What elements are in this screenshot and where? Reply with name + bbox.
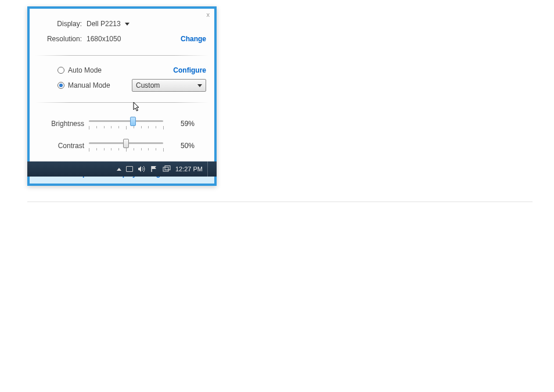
popup-body: x Display: Dell P2213 Resolution: 1680x1… bbox=[30, 9, 214, 184]
page-divider bbox=[27, 202, 533, 202]
divider bbox=[35, 55, 208, 56]
display-section: Display: Dell P2213 Resolution: 1680x105… bbox=[30, 9, 214, 53]
tray-flag-icon[interactable] bbox=[150, 166, 158, 172]
manual-mode-label: Manual Mode bbox=[68, 81, 110, 89]
tray-screen-icon[interactable] bbox=[163, 166, 171, 172]
slider-track bbox=[89, 120, 163, 122]
display-dropdown[interactable]: Dell P2213 bbox=[87, 20, 129, 28]
brightness-label: Brightness bbox=[38, 120, 89, 128]
brightness-value: 59% bbox=[181, 120, 206, 128]
tray-action-center-icon[interactable] bbox=[126, 166, 133, 172]
contrast-value: 50% bbox=[181, 142, 206, 150]
divider bbox=[35, 102, 208, 103]
svg-rect-1 bbox=[165, 166, 170, 170]
resolution-label: Resolution: bbox=[38, 35, 87, 43]
chevron-down-icon bbox=[125, 23, 129, 26]
svg-rect-0 bbox=[163, 167, 168, 171]
preset-select[interactable]: Custom bbox=[132, 79, 206, 92]
sliders-section: Brightness 59% Contrast 50% bbox=[30, 105, 214, 163]
slider-ticks bbox=[89, 148, 163, 152]
contrast-slider[interactable] bbox=[89, 139, 163, 153]
display-manager-popup: x Display: Dell P2213 Resolution: 1680x1… bbox=[27, 6, 217, 186]
chevron-down-icon bbox=[197, 84, 202, 87]
auto-mode-radio[interactable] bbox=[57, 67, 64, 74]
slider-thumb[interactable] bbox=[123, 139, 129, 148]
change-link[interactable]: Change bbox=[181, 35, 206, 43]
manual-mode-radio[interactable] bbox=[57, 82, 64, 89]
close-button[interactable]: x bbox=[207, 11, 210, 18]
tray-overflow-button[interactable] bbox=[117, 168, 121, 171]
taskbar: 12:27 PM bbox=[27, 161, 217, 177]
configure-link[interactable]: Configure bbox=[173, 66, 206, 74]
contrast-label: Contrast bbox=[38, 142, 89, 150]
chevron-up-icon bbox=[117, 168, 121, 171]
display-label: Display: bbox=[38, 20, 87, 28]
slider-ticks bbox=[89, 126, 163, 130]
slider-thumb[interactable] bbox=[130, 117, 136, 126]
tray-volume-icon[interactable] bbox=[138, 166, 146, 172]
mode-section: Auto Mode Configure Manual Mode Custom bbox=[30, 58, 214, 100]
brightness-slider[interactable] bbox=[89, 117, 163, 131]
show-desktop-button[interactable] bbox=[207, 161, 213, 177]
display-value: Dell P2213 bbox=[87, 20, 121, 28]
preset-selected: Custom bbox=[136, 81, 160, 89]
resolution-value: 1680x1050 bbox=[87, 35, 121, 43]
auto-mode-label: Auto Mode bbox=[68, 66, 102, 74]
taskbar-clock[interactable]: 12:27 PM bbox=[175, 166, 203, 172]
